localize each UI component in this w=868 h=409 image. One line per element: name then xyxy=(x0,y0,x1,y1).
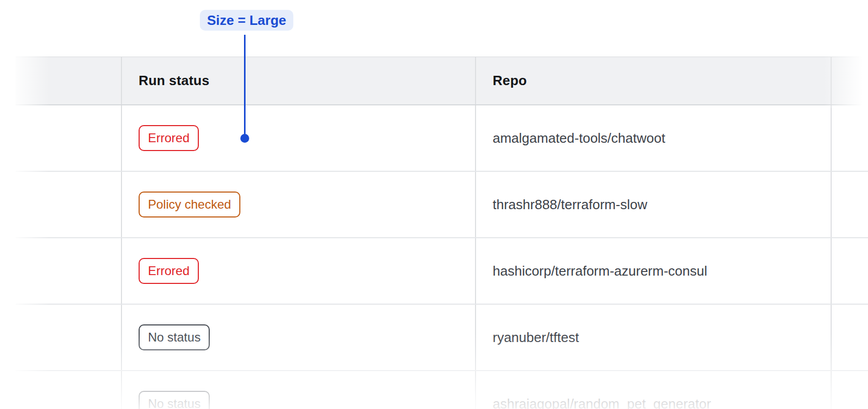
run-status-cell: Errored xyxy=(121,238,475,304)
table-row[interactable]: No status ashrajagopal/random_pet_genera… xyxy=(16,371,868,409)
annotation-pointer-line xyxy=(244,35,246,134)
repo-cell: ashrajagopal/random_pet_generator xyxy=(475,371,831,409)
extra-cell xyxy=(831,238,868,304)
repo-cell: thrashr888/terraform-slow xyxy=(475,172,831,237)
run-status-badge: Errored xyxy=(139,125,199,151)
table-row[interactable]: Errored amalgamated-tools/chatwoot xyxy=(16,105,868,172)
run-status-cell: Policy checked xyxy=(121,172,475,237)
annotation-label: Size = Large xyxy=(200,10,293,31)
header-cell-run-status: Run status xyxy=(121,57,475,104)
spacer-cell xyxy=(16,238,121,304)
extra-cell xyxy=(831,371,868,409)
repo-name: ashrajagopal/random_pet_generator xyxy=(493,396,711,409)
repo-cell: hashicorp/terraform-azurerm-consul xyxy=(475,238,831,304)
repo-name: ryanuber/tftest xyxy=(493,330,579,346)
repo-name: amalgamated-tools/chatwoot xyxy=(493,130,665,146)
extra-cell xyxy=(831,105,868,171)
repo-name: hashicorp/terraform-azurerm-consul xyxy=(493,263,707,279)
repo-cell: ryanuber/tftest xyxy=(475,305,831,370)
run-status-badge: Policy checked xyxy=(139,192,240,217)
annotation-pointer-dot xyxy=(240,134,249,143)
table-row[interactable]: Errored hashicorp/terraform-azurerm-cons… xyxy=(16,238,868,305)
run-status-cell: No status xyxy=(121,371,475,409)
repo-cell: amalgamated-tools/chatwoot xyxy=(475,105,831,171)
run-status-column-header: Run status xyxy=(139,73,209,89)
header-cell-extra xyxy=(831,57,868,104)
repo-column-header: Repo xyxy=(493,73,527,89)
screenshot-stage: Run status Repo Errored amalgamated-tool… xyxy=(0,0,868,409)
extra-cell xyxy=(831,172,868,237)
header-cell-repo: Repo xyxy=(475,57,831,104)
run-status-badge: No status xyxy=(139,391,210,409)
extra-cell xyxy=(831,305,868,370)
run-status-cell: Errored xyxy=(121,105,475,171)
table-row[interactable]: Policy checked thrashr888/terraform-slow xyxy=(16,172,868,238)
runs-table: Run status Repo Errored amalgamated-tool… xyxy=(16,57,868,409)
table-row[interactable]: No status ryanuber/tftest xyxy=(16,305,868,371)
run-status-cell: No status xyxy=(121,305,475,370)
header-cell-spacer xyxy=(16,57,121,104)
run-status-badge: Errored xyxy=(139,258,199,284)
repo-name: thrashr888/terraform-slow xyxy=(493,197,647,213)
table-header-row: Run status Repo xyxy=(16,57,868,105)
spacer-cell xyxy=(16,305,121,370)
spacer-cell xyxy=(16,105,121,171)
spacer-cell xyxy=(16,371,121,409)
spacer-cell xyxy=(16,172,121,237)
run-status-badge: No status xyxy=(139,324,210,350)
